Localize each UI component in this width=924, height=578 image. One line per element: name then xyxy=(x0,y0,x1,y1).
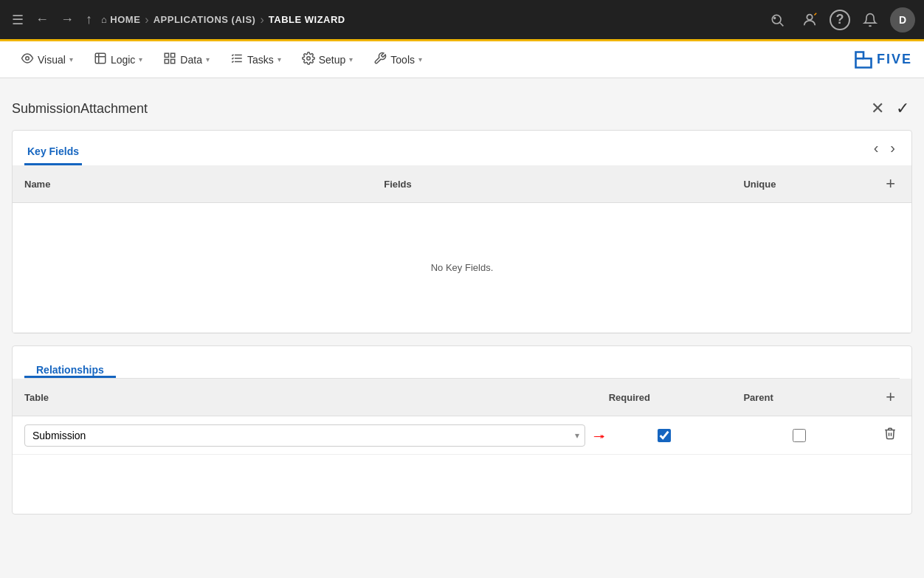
breadcrumb-table-wizard[interactable]: TABLE WIZARD xyxy=(269,14,345,25)
svg-rect-5 xyxy=(165,53,169,57)
nav-left: ☰ ← → ↑ ⌂ HOME › APPLICATIONS (AIS) › TA… xyxy=(9,9,759,31)
nav-item-data[interactable]: Data ▾ xyxy=(154,47,218,72)
tasks-icon xyxy=(230,52,244,68)
col-unique: Unique xyxy=(731,165,866,203)
data-icon xyxy=(163,52,176,68)
relationships-section-container: Relationships xyxy=(13,346,911,379)
svg-point-3 xyxy=(807,14,812,19)
close-button[interactable]: ✕ xyxy=(868,96,887,121)
svg-point-12 xyxy=(306,56,310,60)
menu-icon[interactable]: ☰ xyxy=(9,9,27,31)
col-name: Name xyxy=(13,165,372,203)
tasks-label: Tasks xyxy=(247,54,274,66)
svg-point-4 xyxy=(26,56,30,60)
rel-col-parent: Parent xyxy=(731,379,866,416)
nav-item-tasks[interactable]: Tasks ▾ xyxy=(221,47,290,72)
parent-checkbox[interactable] xyxy=(793,429,806,442)
relationships-empty-space xyxy=(13,455,911,514)
nav-item-setup[interactable]: Setup ▾ xyxy=(293,47,362,72)
tasks-dropdown-arrow: ▾ xyxy=(277,55,281,63)
svg-rect-7 xyxy=(165,59,169,63)
relationships-card: Relationships Table Required Parent + xyxy=(12,345,912,515)
tab-key-fields[interactable]: Key Fields xyxy=(24,140,82,165)
logic-label: Logic xyxy=(111,54,135,66)
five-logo-icon xyxy=(853,49,874,70)
forward-icon[interactable]: → xyxy=(58,9,77,30)
key-fields-tab-row: Key Fields ‹ › xyxy=(13,131,911,165)
tab-prev-button[interactable]: ‹ xyxy=(869,137,883,159)
no-key-fields-row: No Key Fields. xyxy=(13,203,911,333)
data-label: Data xyxy=(180,54,202,66)
col-add: + xyxy=(866,165,911,203)
relationships-table-header: Table Required Parent + xyxy=(13,379,911,416)
relationships-table: Table Required Parent + Submission xyxy=(13,379,911,455)
nav-item-tools[interactable]: Tools ▾ xyxy=(365,47,431,72)
key-fields-table-body: No Key Fields. xyxy=(13,203,911,333)
table-row: Submission ▾ → → xyxy=(13,416,911,455)
back-icon[interactable]: ← xyxy=(32,9,52,30)
logic-dropdown-arrow: ▾ xyxy=(139,55,142,63)
relationship-table-cell: Submission ▾ → xyxy=(13,416,597,455)
home-icon: ⌂ xyxy=(101,14,107,25)
data-dropdown-arrow: ▾ xyxy=(206,55,210,63)
nav-item-visual[interactable]: Visual ▾ xyxy=(12,47,82,72)
delete-relationship-button[interactable] xyxy=(880,424,900,447)
breadcrumb-home[interactable]: ⌂ HOME xyxy=(101,14,140,25)
five-logo-text: FIVE xyxy=(877,52,912,67)
key-fields-tab-container: Key Fields xyxy=(24,131,94,165)
rel-col-table: Table xyxy=(13,379,597,416)
add-key-field-button[interactable]: + xyxy=(881,173,900,195)
key-fields-table: Name Fields Unique + No Key Fields. xyxy=(13,165,911,333)
svg-point-2 xyxy=(773,16,776,18)
page-title: SubmissionAttachment xyxy=(12,101,148,117)
key-fields-table-header: Name Fields Unique + xyxy=(13,165,911,203)
table-select-wrapper: Submission ▾ xyxy=(24,424,585,447)
main-content: SubmissionAttachment ✕ ✓ Key Fields ‹ › … xyxy=(0,78,924,578)
up-icon[interactable]: ↑ xyxy=(83,9,95,30)
svg-line-1 xyxy=(780,22,784,26)
table-select[interactable]: Submission xyxy=(24,424,585,447)
add-relationship-button[interactable]: + xyxy=(881,386,900,408)
user-icon[interactable] xyxy=(797,7,822,32)
nav-items: Visual ▾ Logic ▾ Data ▾ xyxy=(12,47,431,72)
svg-point-0 xyxy=(772,15,781,24)
relationships-tab[interactable]: Relationships xyxy=(24,355,116,378)
col-fields: Fields xyxy=(372,165,731,203)
relationship-required-cell: → xyxy=(597,416,732,455)
user-avatar[interactable]: D xyxy=(890,7,915,32)
logic-icon xyxy=(94,52,107,68)
nav-item-logic[interactable]: Logic ▾ xyxy=(85,47,151,72)
breadcrumb-sep-1: › xyxy=(145,13,148,27)
second-nav: Visual ▾ Logic ▾ Data ▾ xyxy=(0,41,924,78)
setup-label: Setup xyxy=(319,54,346,66)
rel-col-required: Required xyxy=(597,379,732,416)
key-fields-card: Key Fields ‹ › Name Fields Unique + xyxy=(12,130,912,334)
five-logo: FIVE xyxy=(853,49,912,70)
required-checkbox[interactable] xyxy=(658,429,671,442)
breadcrumb: ⌂ HOME › APPLICATIONS (AIS) › TABLE WIZA… xyxy=(101,13,345,27)
help-icon[interactable]: ? xyxy=(830,10,850,30)
bell-icon[interactable] xyxy=(858,7,883,32)
top-nav: ☰ ← → ↑ ⌂ HOME › APPLICATIONS (AIS) › TA… xyxy=(0,0,924,39)
tools-label: Tools xyxy=(390,54,415,66)
save-button[interactable]: ✓ xyxy=(893,96,912,121)
tab-next-button[interactable]: › xyxy=(886,137,900,159)
tools-dropdown-arrow: ▾ xyxy=(418,55,422,63)
no-key-fields-message: No Key Fields. xyxy=(13,203,911,333)
relationships-table-body: Submission ▾ → → xyxy=(13,416,911,455)
breadcrumb-applications[interactable]: APPLICATIONS (AIS) xyxy=(154,14,256,25)
setup-icon xyxy=(302,52,315,68)
annotation-arrow-2: → xyxy=(593,427,607,444)
page-title-row: SubmissionAttachment ✕ ✓ xyxy=(12,90,912,130)
tab-nav: ‹ › xyxy=(869,137,900,159)
search-icon[interactable] xyxy=(765,7,790,32)
svg-rect-6 xyxy=(171,53,175,57)
svg-rect-8 xyxy=(171,59,175,63)
visual-label: Visual xyxy=(38,54,66,66)
relationship-action-cell xyxy=(866,416,911,455)
nav-right: ? D xyxy=(765,7,915,32)
visual-icon xyxy=(21,52,34,68)
breadcrumb-sep-2: › xyxy=(260,13,263,27)
rel-col-add: + xyxy=(866,379,911,416)
title-actions: ✕ ✓ xyxy=(868,96,912,121)
